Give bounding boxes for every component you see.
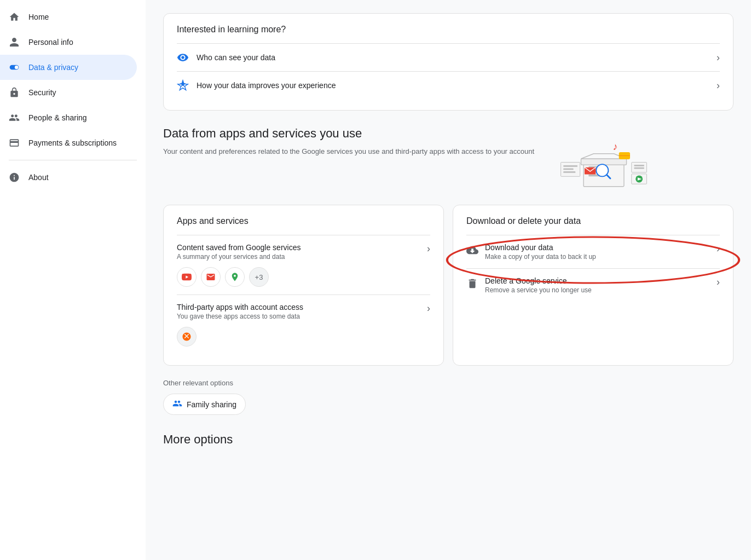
delete-service-content: Delete a Google service Remove a service… bbox=[485, 276, 710, 294]
sidebar-item-people-sharing[interactable]: People & sharing bbox=[0, 105, 137, 130]
data-section-header: Data from apps and services you use Your… bbox=[163, 126, 733, 194]
sidebar-label-payments: Payments & subscriptions bbox=[28, 138, 117, 147]
gmail-icon bbox=[201, 267, 221, 287]
data-section-desc: Your content and preferences related to … bbox=[163, 146, 534, 157]
download-data-desc: Make a copy of your data to back it up bbox=[485, 253, 710, 261]
svg-point-1 bbox=[15, 66, 19, 70]
family-icon bbox=[172, 399, 182, 410]
learn-item-how-data[interactable]: How your data improves your experience › bbox=[177, 71, 720, 99]
sidebar-item-security[interactable]: Security bbox=[0, 80, 137, 105]
svg-text:♪: ♪ bbox=[613, 141, 618, 152]
content-saved-item[interactable]: Content saved from Google services A sum… bbox=[177, 235, 430, 295]
sidebar-divider bbox=[9, 160, 137, 160]
learn-item-how-text: How your data improves your experience bbox=[197, 81, 709, 90]
sidebar-item-personal-info[interactable]: Personal info bbox=[0, 30, 137, 55]
person-icon bbox=[9, 37, 20, 48]
data-section-illustration: ♪ bbox=[552, 126, 661, 194]
learn-item-who-can-see[interactable]: Who can see your data › bbox=[177, 43, 720, 71]
sidebar: Home Personal info Data & privacy Securi… bbox=[0, 0, 146, 560]
learn-item-who-text: Who can see your data bbox=[197, 53, 709, 62]
citrix-icon bbox=[177, 327, 197, 347]
more-apps-badge: +3 bbox=[249, 267, 269, 287]
svg-rect-20 bbox=[563, 169, 573, 170]
delete-service-title: Delete a Google service bbox=[485, 276, 710, 285]
third-party-content: Third-party apps with account access You… bbox=[177, 303, 420, 347]
lock-icon bbox=[9, 87, 20, 98]
content-saved-icons: +3 bbox=[177, 267, 420, 287]
sidebar-label-home: Home bbox=[28, 13, 49, 21]
more-options-title: More options bbox=[163, 432, 733, 447]
download-data-item[interactable]: Download your data Make a copy of your d… bbox=[466, 235, 720, 268]
family-sharing-label: Family sharing bbox=[187, 400, 236, 409]
learn-more-card: Interested in learning more? Who can see… bbox=[163, 13, 733, 111]
download-data-title: Download your data bbox=[485, 243, 710, 252]
sidebar-label-personal-info: Personal info bbox=[28, 38, 73, 47]
family-sharing-chip[interactable]: Family sharing bbox=[163, 394, 246, 415]
delete-service-desc: Remove a service you no longer use bbox=[485, 286, 710, 294]
download-data-content: Download your data Make a copy of your d… bbox=[485, 243, 710, 261]
delete-service-chevron: › bbox=[717, 276, 720, 288]
content-saved-desc: A summary of your services and data bbox=[177, 253, 420, 261]
sidebar-label-about: About bbox=[28, 173, 49, 182]
delete-service-item[interactable]: Delete a Google service Remove a service… bbox=[466, 268, 720, 302]
third-party-icons bbox=[177, 327, 420, 347]
content-saved-chevron: › bbox=[427, 243, 430, 255]
svg-rect-17 bbox=[634, 168, 644, 169]
content-saved-content: Content saved from Google services A sum… bbox=[177, 243, 420, 287]
data-section-title: Data from apps and services you use bbox=[163, 126, 534, 142]
sidebar-label-security: Security bbox=[28, 88, 56, 97]
svg-rect-16 bbox=[634, 165, 644, 166]
maps-icon bbox=[225, 267, 245, 287]
more-options-section: More options bbox=[163, 432, 733, 447]
toggle-icon bbox=[9, 62, 20, 73]
other-options-label: Other relevant options bbox=[163, 379, 733, 387]
sparkle-icon bbox=[177, 79, 189, 91]
svg-rect-19 bbox=[563, 165, 577, 167]
download-data-chevron: › bbox=[717, 243, 720, 255]
credit-card-icon bbox=[9, 137, 20, 148]
sidebar-item-payments[interactable]: Payments & subscriptions bbox=[0, 130, 137, 155]
home-icon bbox=[9, 11, 20, 22]
learn-card-title: Interested in learning more? bbox=[177, 25, 720, 34]
third-party-desc: You gave these apps access to some data bbox=[177, 313, 420, 320]
apps-services-title: Apps and services bbox=[177, 216, 430, 226]
sidebar-label-data-privacy: Data & privacy bbox=[28, 63, 78, 72]
people-icon bbox=[9, 112, 20, 123]
sidebar-label-people-sharing: People & sharing bbox=[28, 113, 87, 122]
svg-rect-3 bbox=[581, 159, 627, 165]
eye-icon bbox=[177, 51, 189, 63]
data-section-text: Data from apps and services you use Your… bbox=[163, 126, 534, 157]
cloud-download-icon bbox=[466, 244, 478, 258]
two-col-cards: Apps and services Content saved from Goo… bbox=[163, 205, 733, 366]
sidebar-item-data-privacy[interactable]: Data & privacy bbox=[0, 55, 137, 80]
info-icon bbox=[9, 172, 20, 183]
main-content: Interested in learning more? Who can see… bbox=[146, 0, 751, 560]
sidebar-item-about[interactable]: About bbox=[0, 165, 137, 190]
third-party-chevron: › bbox=[427, 303, 430, 314]
download-delete-title: Download or delete your data bbox=[466, 216, 720, 226]
third-party-item[interactable]: Third-party apps with account access You… bbox=[177, 295, 430, 354]
trash-icon bbox=[466, 278, 478, 292]
content-saved-title: Content saved from Google services bbox=[177, 243, 420, 252]
chevron-right-icon-2: › bbox=[717, 80, 720, 91]
sidebar-item-home[interactable]: Home bbox=[0, 4, 137, 30]
svg-rect-21 bbox=[563, 171, 575, 173]
apps-services-card: Apps and services Content saved from Goo… bbox=[163, 205, 444, 366]
chevron-right-icon: › bbox=[717, 52, 720, 63]
youtube-icon bbox=[177, 267, 197, 287]
download-delete-card: Download or delete your data Download yo… bbox=[453, 205, 733, 366]
other-options-section: Other relevant options Family sharing bbox=[163, 379, 733, 415]
third-party-title: Third-party apps with account access bbox=[177, 303, 420, 311]
